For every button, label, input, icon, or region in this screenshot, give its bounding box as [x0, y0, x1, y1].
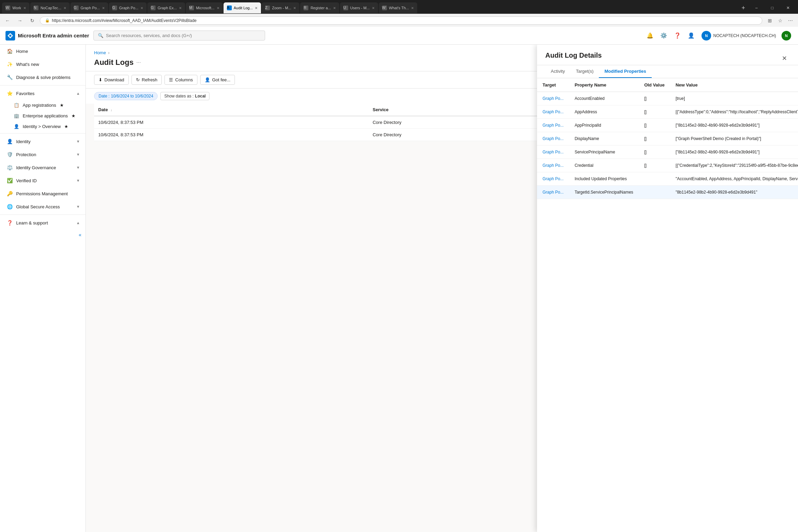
date-filter-pill[interactable]: Date : 10/6/2024 to 10/6/2024	[94, 92, 158, 100]
sidebar-item-enterprise-apps[interactable]: 🏢 Enterprise applications ★	[0, 111, 86, 121]
tab-targets[interactable]: Target(s)	[570, 65, 599, 78]
sidebar-item-label: App registrations	[23, 103, 56, 108]
refresh-icon: ↻	[136, 77, 140, 82]
browser-tab-microsoft[interactable]: M Microsoft... ✕	[186, 2, 223, 13]
verified-id-icon: ✅	[7, 177, 13, 184]
sidebar-item-verified-id[interactable]: ✅ Verified ID ▼	[0, 174, 86, 187]
tab-close-icon[interactable]: ✕	[293, 6, 296, 10]
refresh-button[interactable]: ↻ Refresh	[132, 75, 162, 85]
browser-tab-audit-log[interactable]: A Audit Log... ✕	[224, 2, 261, 13]
panel-cell-target: Graph Po...	[537, 146, 569, 159]
sidebar-item-favorites[interactable]: ⭐ Favorites ▲	[0, 87, 86, 100]
tab-bar: W Work ✕N NoCapTec... ✕G Graph Po... ✕G …	[0, 0, 798, 14]
tab-close-icon[interactable]: ✕	[411, 6, 414, 10]
panel-cell-target: Graph Po...	[537, 159, 569, 172]
sidebar-item-home[interactable]: 🏠 Home	[0, 45, 86, 58]
extensions-button[interactable]: ⊞	[765, 16, 775, 25]
tab-icon: A	[227, 5, 232, 10]
minimize-button[interactable]: –	[749, 2, 764, 13]
sidebar-item-identity-overview[interactable]: 👤 Identity > Overview ★	[0, 121, 86, 132]
tab-close-icon[interactable]: ✕	[179, 6, 182, 10]
tab-icon: W	[5, 5, 10, 10]
forward-button[interactable]: →	[15, 16, 25, 25]
sidebar-item-label: Diagnose & solve problems	[16, 75, 80, 80]
sidebar-item-whats-new[interactable]: ✨ What's new	[0, 58, 86, 71]
tab-close-icon[interactable]: ✕	[102, 6, 105, 10]
maximize-button[interactable]: □	[764, 2, 780, 13]
columns-button[interactable]: ☰ Columns	[164, 75, 197, 85]
tab-label: Graph Po...	[81, 6, 100, 10]
sidebar-item-permissions-mgmt[interactable]: 🔑 Permissions Management	[0, 187, 86, 200]
panel-close-button[interactable]: ✕	[779, 53, 790, 64]
account-icon-button[interactable]: N	[780, 30, 793, 42]
settings-icon-button[interactable]: ⚙️	[658, 30, 670, 42]
panel-cell-old-value	[639, 186, 670, 199]
panel-cell-old-value: []	[639, 119, 670, 132]
panel-table-row: Graph Po... AppAddress [] [{"AddressType…	[537, 105, 798, 119]
panel-cell-old-value: []	[639, 159, 670, 172]
close-button[interactable]: ✕	[780, 2, 796, 13]
col-target: Target	[537, 78, 569, 92]
svg-point-1	[9, 35, 11, 37]
cell-service: Core Directory	[368, 116, 559, 129]
breadcrumb-home[interactable]: Home	[94, 50, 106, 55]
browser-tab-nocaptech[interactable]: N NoCapTec... ✕	[30, 2, 70, 13]
sidebar-item-diagnose[interactable]: 🔧 Diagnose & solve problems	[0, 71, 86, 84]
bookmark-button[interactable]: ☆	[775, 16, 785, 25]
sidebar-collapse[interactable]: «	[0, 229, 86, 240]
browser-tab-whats-th[interactable]: W What's Th... ✕	[379, 2, 417, 13]
browser-tab-graph-pow1[interactable]: G Graph Po... ✕	[70, 2, 108, 13]
browser-tab-zoom[interactable]: Z Zoom - M... ✕	[262, 2, 299, 13]
tab-close-icon[interactable]: ✕	[255, 6, 258, 10]
tab-close-icon[interactable]: ✕	[64, 6, 66, 10]
sidebar-item-protection[interactable]: 🛡️ Protection ▼	[0, 148, 86, 161]
cell-date: 10/6/2024, 8:37:53 PM	[94, 129, 368, 141]
address-bar: ← → ↻ 🔒 https://entra.microsoft.com/#vie…	[0, 14, 798, 27]
col-date[interactable]: Date ↓	[94, 104, 368, 116]
settings-button[interactable]: ⋯	[786, 16, 795, 25]
browser-tab-work[interactable]: W Work ✕	[2, 2, 30, 13]
panel-cell-property: TargetId.ServicePrincipalNames	[569, 186, 639, 199]
help-button[interactable]: ❓	[671, 30, 684, 42]
back-button[interactable]: ←	[3, 16, 12, 25]
user-menu-button[interactable]: 👤	[685, 30, 697, 42]
browser-chrome: W Work ✕N NoCapTec... ✕G Graph Po... ✕G …	[0, 0, 798, 27]
sidebar-item-identity-governance[interactable]: ⚖️ Identity Governance ▼	[0, 161, 86, 174]
tab-close-icon[interactable]: ✕	[217, 6, 219, 10]
sidebar-item-global-secure-access[interactable]: 🌐 Global Secure Access ▼	[0, 200, 86, 213]
notifications-button[interactable]: 🔔	[644, 30, 656, 42]
panel-table-row: Graph Po... DisplayName [] ["Graph Power…	[537, 132, 798, 146]
sidebar-item-app-registrations[interactable]: 📋 App registrations ★	[0, 100, 86, 111]
new-tab-button[interactable]: +	[739, 4, 748, 12]
search-input[interactable]	[106, 33, 261, 38]
tab-close-icon[interactable]: ✕	[372, 6, 375, 10]
download-button[interactable]: ⬇ Download	[94, 75, 129, 85]
panel-cell-new-value: "AccountEnabled, AppAddress, AppPrincipa…	[670, 172, 798, 186]
app-container: Microsoft Entra admin center 🔍 🔔 ⚙️ ❓ 👤 …	[0, 27, 798, 532]
browser-tab-register[interactable]: R Register a... ✕	[300, 2, 339, 13]
collapse-icon: «	[79, 232, 81, 238]
tab-close-icon[interactable]: ✕	[140, 6, 143, 10]
reload-button[interactable]: ↻	[27, 16, 37, 25]
show-dates-button[interactable]: Show dates as : Local	[160, 92, 209, 100]
col-service[interactable]: Service	[368, 104, 559, 116]
tab-close-icon[interactable]: ✕	[23, 6, 26, 10]
browser-tab-graph-exp[interactable]: G Graph Ex... ✕	[147, 2, 185, 13]
tab-activity[interactable]: Activity	[545, 65, 570, 78]
tab-close-icon[interactable]: ✕	[333, 6, 336, 10]
browser-tab-users-m[interactable]: U Users - M... ✕	[340, 2, 378, 13]
tab-modified-properties[interactable]: Modified Properties	[599, 65, 651, 78]
panel-cell-old-value: []	[639, 92, 670, 105]
sidebar-item-learn-support[interactable]: ❓ Learn & support ▲	[0, 216, 86, 229]
more-options-icon[interactable]: ···	[136, 59, 141, 66]
sidebar-item-identity[interactable]: 👤 Identity ▼	[0, 135, 86, 148]
browser-tab-graph-pow2[interactable]: G Graph Po... ✕	[109, 2, 147, 13]
sidebar-item-label: Enterprise applications	[23, 113, 68, 118]
col-old-value: Old Value	[639, 78, 670, 92]
tab-icon: G	[112, 5, 117, 10]
top-search-bar[interactable]: 🔍	[93, 31, 265, 41]
url-bar[interactable]: 🔒 https://entra.microsoft.com/#view/Micr…	[40, 16, 762, 25]
sidebar: 🏠 Home ✨ What's new 🔧 Diagnose & solve p…	[0, 45, 86, 532]
feedback-button[interactable]: 👤 Got fee...	[200, 75, 235, 85]
user-chip[interactable]: N NOCAPTECH (NOCAPTECH.CH)	[699, 30, 779, 42]
